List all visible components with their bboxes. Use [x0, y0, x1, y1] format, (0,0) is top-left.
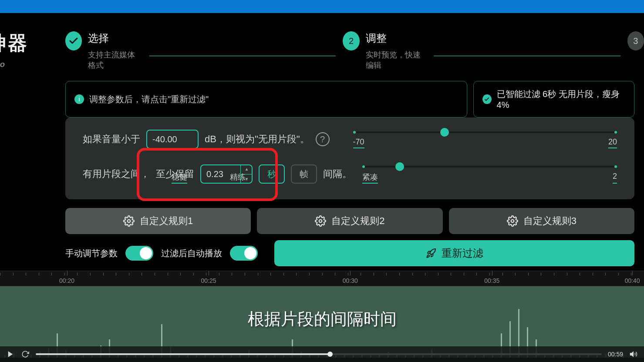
slider-max-label: 20	[608, 137, 617, 148]
custom-rule-3-button[interactable]: 自定义规则3	[449, 208, 634, 234]
volume-label-pre: 如果音量小于	[83, 133, 140, 146]
step-3-badge: 3	[627, 31, 644, 50]
check-icon	[65, 31, 82, 50]
gear-icon	[315, 215, 326, 227]
tick-refined: 精练	[230, 172, 246, 184]
alert-info: i 调整参数后，请点击"重新过滤"	[65, 81, 467, 117]
volume-threshold-row: 如果音量小于 dB，则视为"无用片段"。 ? -70 20	[83, 130, 617, 149]
volume-slider[interactable]: -70 20	[353, 131, 617, 148]
custom-rule-2-button[interactable]: 自定义规则2	[257, 208, 442, 234]
step-2: 2 调整 实时预览，快速编辑	[343, 31, 426, 70]
step-1: 选择 支持主流媒体格式	[65, 31, 142, 70]
step-connector	[434, 55, 620, 57]
gap-slider[interactable]: 紧凑 精练 稳健 2	[362, 165, 617, 184]
alert-success: 已智能过滤 6秒 无用片段，瘦身 4%	[473, 81, 634, 117]
tick-compact: 紧凑	[362, 172, 378, 184]
timeline-ruler[interactable]: 00:2000:2500:3000:3500:40	[0, 271, 644, 286]
step-1-sub: 支持主流媒体格式	[88, 50, 142, 70]
slider-min-label: -70	[353, 137, 364, 148]
autoplay-toggle[interactable]	[230, 246, 258, 261]
app-logo-title: 神器	[0, 30, 29, 56]
loop-button[interactable]	[21, 350, 30, 359]
tick-robust: 稳健	[172, 172, 187, 184]
svg-point-1	[319, 220, 322, 223]
rocket-icon	[426, 248, 436, 258]
tick-max: 2	[613, 172, 617, 184]
app-logo-sub: eo	[0, 60, 5, 69]
gap-slider-thumb[interactable]	[395, 162, 404, 171]
video-subtitle: 根据片段的间隔时间	[0, 308, 644, 330]
manual-params-label: 手动调节参数	[65, 248, 118, 259]
play-button[interactable]	[6, 350, 15, 359]
step-2-title: 调整	[366, 31, 427, 45]
check-circle-icon	[482, 94, 492, 104]
gear-icon	[507, 215, 518, 227]
info-icon: i	[74, 94, 84, 104]
wizard-steps: 选择 支持主流媒体格式 2 调整 实时预览，快速编辑 3	[65, 31, 644, 70]
custom-rule-1-button[interactable]: 自定义规则1	[65, 208, 251, 234]
settings-panel: 如果音量小于 dB，则视为"无用片段"。 ? -70 20 有用片段之间， 至	[65, 117, 634, 199]
video-player-bar: 00:59	[0, 346, 644, 362]
help-icon[interactable]: ?	[316, 132, 330, 146]
unit-seconds-button[interactable]: 秒	[259, 164, 285, 184]
step-2-badge: 2	[343, 31, 359, 50]
svg-marker-4	[631, 352, 634, 357]
gap-label-post: 间隔。	[323, 168, 352, 181]
manual-params-toggle[interactable]	[125, 246, 153, 261]
autoplay-label: 过滤后自动播放	[161, 248, 222, 259]
volume-slider-thumb[interactable]	[440, 128, 449, 137]
alert-success-text: 已智能过滤 6秒 无用片段，瘦身 4%	[497, 88, 625, 110]
alert-info-text: 调整参数后，请点击"重新过滤"	[89, 94, 209, 105]
svg-marker-3	[8, 351, 13, 357]
gap-keep-row: 有用片段之间， 至少保留 ▲ ▼ 秒 帧 间隔。 紧凑	[83, 164, 617, 184]
step-2-sub: 实时预览，快速编辑	[366, 50, 427, 70]
step-connector	[149, 55, 336, 57]
title-bar	[0, 0, 644, 13]
step-1-title: 选择	[88, 31, 142, 45]
gap-label-pre: 有用片段之间，	[83, 168, 150, 181]
volume-button[interactable]	[629, 350, 638, 359]
unit-frames-button[interactable]: 帧	[291, 164, 317, 184]
svg-point-2	[511, 220, 514, 223]
video-time: 00:59	[608, 351, 623, 358]
volume-label-post: dB，则视为"无用片段"。	[205, 133, 310, 146]
svg-point-0	[128, 220, 131, 223]
volume-threshold-input[interactable]	[146, 130, 199, 149]
video-progress-bar[interactable]	[36, 353, 602, 355]
gear-icon	[123, 215, 135, 227]
refilter-button[interactable]: 重新过滤	[274, 240, 634, 266]
